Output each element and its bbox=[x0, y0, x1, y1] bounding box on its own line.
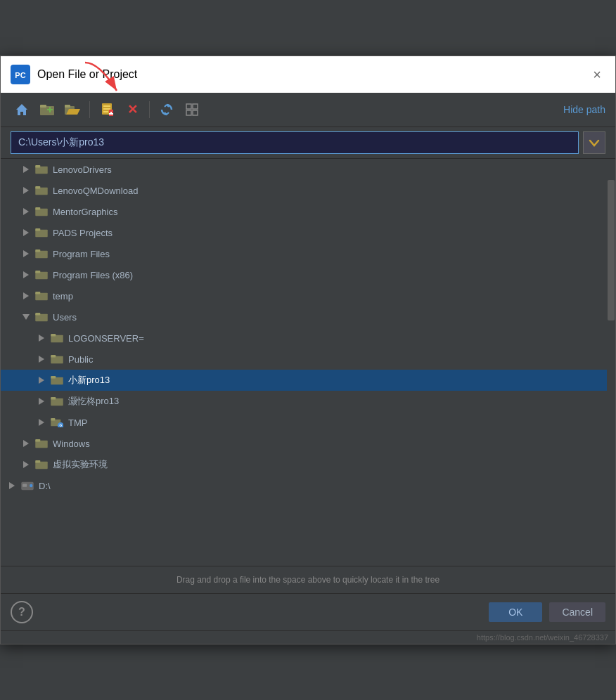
tree-item-label: 灏忔柊pro13 bbox=[68, 395, 119, 408]
close-button[interactable]: × bbox=[589, 66, 605, 83]
delete-button[interactable]: ✕ bbox=[121, 98, 143, 121]
tree-item-label: LOGONSERVER= bbox=[68, 333, 144, 344]
tree-item[interactable]: Windows bbox=[1, 433, 615, 454]
tree-item[interactable]: Program Files bbox=[1, 243, 615, 264]
new-folder-button[interactable] bbox=[36, 98, 58, 121]
svg-rect-23 bbox=[35, 165, 40, 168]
path-input[interactable] bbox=[11, 131, 579, 154]
svg-point-71 bbox=[30, 484, 32, 487]
file-tree: LenovoDrivers LenovoQMDownload MentorGra… bbox=[1, 158, 615, 566]
svg-marker-33 bbox=[23, 250, 29, 257]
svg-rect-44 bbox=[35, 313, 40, 316]
tree-item[interactable]: 虚拟实验环境 bbox=[1, 454, 615, 475]
expand-icon[interactable] bbox=[20, 206, 32, 217]
ok-button[interactable]: OK bbox=[489, 602, 542, 622]
scrollbar-track[interactable] bbox=[607, 159, 615, 566]
tree-item[interactable]: Public bbox=[1, 349, 615, 370]
svg-marker-24 bbox=[23, 187, 29, 194]
tree-item[interactable]: D:\ bbox=[1, 475, 615, 496]
tree-item[interactable]: temp bbox=[1, 285, 615, 306]
tree-item-label: TMP bbox=[68, 417, 87, 428]
tree-item-label: 虚拟实验环境 bbox=[53, 458, 108, 471]
tree-item[interactable]: MentorGraphics bbox=[1, 201, 615, 222]
tree-item[interactable]: LenovoQMDownload bbox=[1, 180, 615, 201]
svg-marker-42 bbox=[23, 314, 30, 320]
tree-item[interactable]: ? TMP bbox=[1, 412, 615, 433]
svg-rect-17 bbox=[186, 104, 191, 109]
tree-container: LenovoDrivers LenovoQMDownload MentorGra… bbox=[1, 159, 615, 496]
svg-rect-29 bbox=[35, 207, 40, 210]
tree-item[interactable]: Users bbox=[1, 306, 615, 328]
expand-icon[interactable] bbox=[20, 269, 32, 280]
separator-1 bbox=[89, 101, 90, 118]
svg-marker-62 bbox=[23, 440, 29, 447]
folder-icon bbox=[34, 269, 49, 280]
tree-item-label: Users bbox=[53, 312, 77, 323]
scrollbar-thumb[interactable] bbox=[608, 180, 615, 320]
svg-marker-51 bbox=[39, 377, 44, 384]
tree-item-label: Program Files (x86) bbox=[53, 270, 133, 280]
path-bar bbox=[1, 127, 615, 158]
expand-icon[interactable] bbox=[6, 480, 18, 491]
expand-icon[interactable] bbox=[20, 248, 32, 259]
expand-icon[interactable] bbox=[36, 375, 47, 386]
svg-rect-38 bbox=[35, 271, 40, 273]
svg-rect-20 bbox=[193, 110, 198, 115]
folder-icon bbox=[34, 206, 49, 217]
tree-item[interactable]: PADS Projects bbox=[1, 222, 615, 243]
open-folder-button[interactable] bbox=[61, 98, 84, 121]
svg-text:PC: PC bbox=[15, 71, 25, 79]
expand-icon[interactable] bbox=[20, 438, 32, 449]
expand-icon[interactable] bbox=[36, 417, 47, 428]
folder-icon bbox=[50, 375, 64, 386]
tree-item[interactable]: LOGONSERVER= bbox=[1, 328, 615, 349]
expand-icon[interactable] bbox=[36, 396, 47, 407]
help-button[interactable]: ? bbox=[11, 601, 33, 623]
svg-rect-59 bbox=[51, 418, 55, 421]
folder-icon bbox=[34, 290, 49, 302]
tree-item[interactable]: Program Files (x86) bbox=[1, 264, 615, 285]
folder-icon bbox=[34, 185, 49, 196]
svg-rect-35 bbox=[35, 249, 40, 252]
svg-rect-16 bbox=[109, 113, 113, 115]
expand-icon[interactable] bbox=[36, 354, 47, 365]
folder-icon bbox=[50, 396, 64, 407]
expand-icon[interactable] bbox=[20, 459, 32, 470]
new-file-button[interactable] bbox=[96, 98, 118, 121]
svg-marker-21 bbox=[23, 166, 29, 173]
svg-rect-64 bbox=[35, 439, 40, 442]
tree-item[interactable]: 灏忔柊pro13 bbox=[1, 391, 615, 412]
tree-item[interactable]: 小新pro13 bbox=[1, 370, 615, 391]
expand-icon[interactable] bbox=[20, 227, 32, 238]
svg-text:?: ? bbox=[59, 424, 62, 427]
grid-button[interactable] bbox=[181, 98, 203, 121]
title-bar: PC Open File or Project × bbox=[1, 56, 615, 93]
svg-rect-26 bbox=[35, 186, 40, 189]
tree-item-label: 小新pro13 bbox=[68, 374, 110, 387]
svg-rect-67 bbox=[35, 460, 40, 463]
refresh-button[interactable] bbox=[155, 98, 178, 121]
expand-icon[interactable] bbox=[20, 164, 32, 175]
expand-icon[interactable] bbox=[20, 290, 32, 302]
expand-icon[interactable] bbox=[20, 311, 32, 323]
cancel-button[interactable]: Cancel bbox=[549, 602, 605, 622]
title-left: PC Open File or Project bbox=[11, 65, 137, 84]
svg-rect-50 bbox=[51, 355, 56, 358]
tree-item-label: Program Files bbox=[53, 249, 110, 259]
tree-item[interactable]: LenovoDrivers bbox=[1, 159, 615, 180]
path-browse-button[interactable] bbox=[583, 131, 605, 154]
tree-item-label: D:\ bbox=[39, 481, 51, 491]
drag-hint: Drag and drop a file into the space abov… bbox=[1, 566, 615, 593]
tree-item-label: temp bbox=[53, 291, 73, 302]
svg-rect-11 bbox=[103, 105, 110, 107]
app-icon: PC bbox=[11, 65, 30, 84]
expand-icon[interactable] bbox=[20, 185, 32, 196]
svg-marker-27 bbox=[23, 208, 29, 215]
home-button[interactable] bbox=[11, 98, 33, 121]
svg-marker-30 bbox=[23, 229, 29, 236]
folder-icon bbox=[34, 248, 49, 259]
hide-path-button[interactable]: Hide path bbox=[563, 104, 605, 115]
tree-item-label: LenovoDrivers bbox=[53, 164, 112, 175]
action-buttons: OK Cancel bbox=[489, 602, 605, 622]
expand-icon[interactable] bbox=[36, 332, 47, 344]
